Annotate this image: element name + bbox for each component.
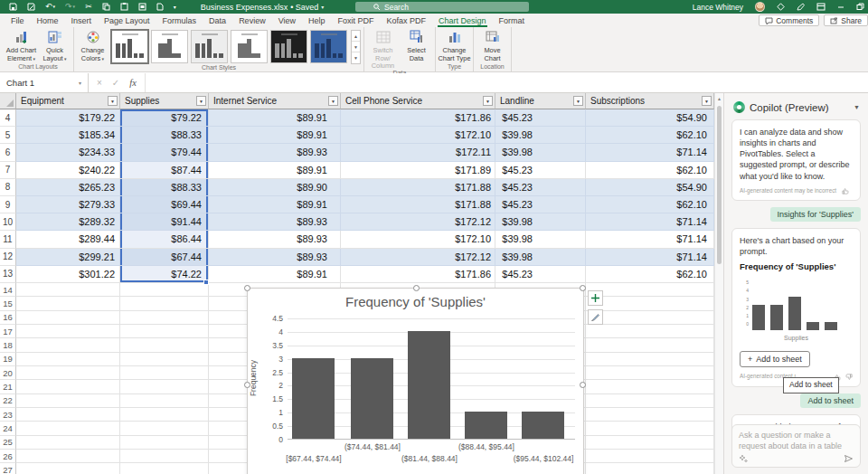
enter-formula-icon[interactable]: ✓ — [112, 78, 119, 88]
row-header-13[interactable]: 13 — [0, 266, 16, 283]
avatar[interactable] — [755, 2, 765, 12]
gallery-more-icon[interactable]: ▼ — [352, 52, 360, 63]
chart-style-2[interactable] — [151, 30, 188, 63]
cell[interactable] — [586, 436, 714, 450]
cell[interactable]: $62.10 — [586, 196, 714, 213]
cell[interactable]: $74.22 — [120, 266, 209, 283]
cell[interactable]: $89.91 — [209, 196, 341, 213]
cell[interactable]: $67.44 — [120, 249, 209, 266]
cell[interactable]: $171.88 — [341, 196, 495, 213]
add-to-sheet-chip[interactable]: Add to sheet — [800, 393, 861, 408]
cell[interactable]: $171.88 — [341, 179, 495, 196]
cell[interactable]: $45.23 — [495, 179, 586, 196]
undo-icon[interactable]: ↶▾ — [45, 3, 55, 11]
search-box[interactable]: Search — [355, 2, 529, 12]
cell[interactable]: $171.86 — [341, 109, 495, 127]
cell[interactable]: $172.10 — [341, 127, 495, 144]
tab-home[interactable]: Home — [31, 14, 65, 27]
gallery-up-icon[interactable]: ▲ — [352, 31, 360, 42]
row-header-16[interactable]: 16 — [0, 311, 16, 325]
cell[interactable]: $79.22 — [120, 109, 209, 127]
cell[interactable] — [120, 422, 209, 435]
row-header-7[interactable]: 7 — [0, 162, 16, 179]
cell[interactable] — [120, 338, 209, 352]
cell[interactable]: $185.34 — [16, 127, 120, 144]
cell[interactable]: $172.12 — [341, 249, 495, 266]
filter-dropdown-icon[interactable]: ▼ — [483, 96, 493, 106]
column-header-subscriptions[interactable]: Subscriptions▼ — [586, 93, 714, 109]
cell[interactable] — [586, 311, 714, 325]
tab-formulas[interactable]: Formulas — [156, 14, 203, 27]
minimize-button[interactable] — [837, 4, 844, 11]
column-header-internet-service[interactable]: Internet Service▼ — [209, 93, 341, 109]
meet-now-icon[interactable] — [777, 3, 785, 11]
cell[interactable] — [16, 353, 120, 366]
cell[interactable]: $299.21 — [16, 249, 120, 266]
cell[interactable]: $234.33 — [16, 144, 120, 161]
cell[interactable] — [120, 366, 209, 380]
cell[interactable] — [586, 353, 714, 366]
paste-icon[interactable] — [120, 3, 128, 11]
cell[interactable] — [586, 422, 714, 435]
cell[interactable]: $172.10 — [341, 231, 495, 248]
tab-view[interactable]: View — [272, 14, 302, 27]
cell[interactable] — [16, 283, 120, 297]
cell[interactable] — [16, 325, 120, 338]
cell[interactable]: $71.14 — [586, 249, 714, 266]
cell[interactable] — [120, 463, 209, 474]
cell[interactable] — [586, 408, 714, 422]
row-header-10[interactable]: 10 — [0, 213, 16, 231]
tab-data[interactable]: Data — [203, 14, 232, 27]
cell[interactable]: $45.23 — [495, 266, 586, 283]
cell[interactable] — [16, 380, 120, 393]
cell[interactable]: $39.98 — [495, 127, 586, 144]
comments-button[interactable]: Comments — [759, 14, 819, 26]
column-header-landline[interactable]: Landline▼ — [495, 93, 586, 109]
document-title[interactable]: Business Expenses.xlsx Saved ▾ — [163, 0, 362, 14]
share-button[interactable]: Share — [824, 14, 868, 26]
cell[interactable]: $86.44 — [120, 231, 209, 248]
chart-handle-mid-right[interactable] — [580, 382, 586, 388]
row-header-24[interactable]: 24 — [0, 422, 16, 435]
insights-prompt-chip[interactable]: Insights for 'Supplies' — [770, 207, 861, 222]
insert-function-icon[interactable]: fx — [129, 78, 137, 88]
formula-input[interactable] — [146, 73, 868, 92]
tab-chart-design[interactable]: Chart Design — [432, 14, 493, 27]
cell[interactable] — [16, 297, 120, 310]
cell[interactable]: $88.33 — [120, 127, 209, 144]
cell[interactable]: $45.23 — [495, 196, 586, 213]
cell[interactable]: $265.23 — [16, 179, 120, 196]
cell[interactable]: $88.33 — [120, 179, 209, 196]
cell[interactable]: $79.44 — [120, 144, 209, 161]
quick-layout-button[interactable]: Quick Layout ▾ — [38, 28, 71, 62]
redo-icon[interactable]: ↷▾ — [65, 3, 75, 11]
chart-bar[interactable] — [408, 331, 450, 439]
cell[interactable] — [120, 408, 209, 422]
cell[interactable] — [586, 325, 714, 338]
row-header-12[interactable]: 12 — [0, 249, 16, 266]
row-header-6[interactable]: 6 — [0, 144, 16, 161]
cell[interactable]: $62.10 — [586, 127, 714, 144]
row-header-21[interactable]: 21 — [0, 380, 16, 393]
cell[interactable] — [120, 283, 209, 297]
cell[interactable] — [16, 463, 120, 474]
cell[interactable]: $172.11 — [341, 144, 495, 161]
cell[interactable] — [16, 422, 120, 435]
row-header-14[interactable]: 14 — [0, 283, 16, 297]
cell[interactable] — [586, 297, 714, 310]
row-header-4[interactable]: 4 — [0, 109, 16, 127]
cell[interactable]: $301.22 — [16, 266, 120, 283]
tab-insert[interactable]: Insert — [65, 14, 99, 27]
cell[interactable]: $89.90 — [209, 179, 341, 196]
change-colors-button[interactable]: Change Colors ▾ — [76, 28, 109, 62]
filter-dropdown-icon[interactable]: ▼ — [328, 96, 338, 106]
cell[interactable]: $54.90 — [586, 109, 714, 127]
cell[interactable]: $54.90 — [586, 179, 714, 196]
cell[interactable] — [586, 283, 714, 297]
filter-dropdown-icon[interactable]: ▼ — [196, 96, 206, 106]
chart-object[interactable]: Frequency of 'Supplies' Frequency 4.543.… — [247, 288, 584, 474]
cell[interactable]: $69.44 — [120, 196, 209, 213]
cell[interactable]: $71.14 — [586, 213, 714, 231]
chart-handle-top-left[interactable] — [244, 285, 250, 291]
chart-bar[interactable] — [292, 358, 335, 439]
